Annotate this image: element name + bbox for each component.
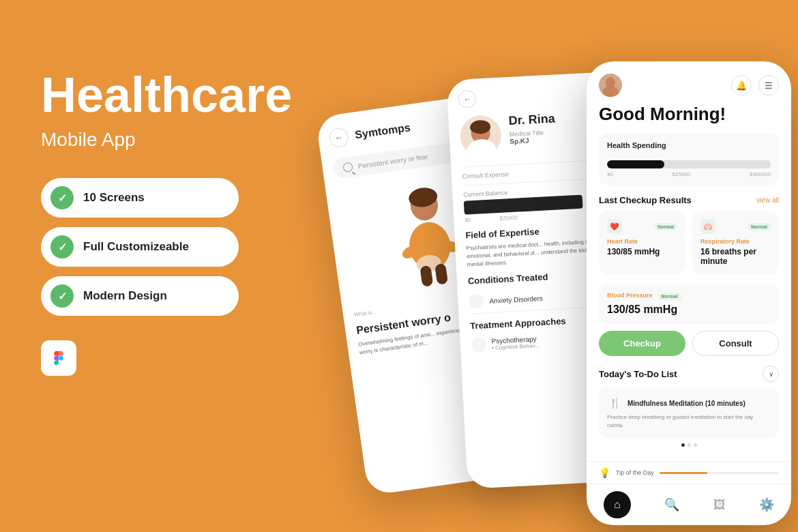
search-icon [342, 162, 353, 173]
left-panel: Healthcare Mobile App 10 Screens Full Cu… [41, 68, 300, 376]
subtitle: Mobile App [41, 129, 300, 151]
condition-icon [469, 293, 484, 309]
todo-item-meditation: 🍴 Mindfulness Meditation (10 minutes) Pr… [599, 387, 779, 438]
tip-label: Tip of the Day [616, 469, 654, 476]
search-nav-icon: 🔍 [664, 497, 679, 512]
main-title: Healthcare [41, 68, 300, 122]
check-icon-screens [50, 186, 74, 209]
figma-icon [41, 340, 76, 376]
dot-3 [694, 443, 697, 447]
todo-icon-meditation: 🍴 [607, 396, 622, 411]
home-icon[interactable]: ⌂ [604, 491, 631, 518]
bp-badge: Normal [658, 293, 681, 300]
respiratory-badge: Normal [748, 223, 771, 231]
bp-label: Blood Pressure [607, 292, 653, 299]
dashboard-scroll[interactable]: Health Spending $0 $25000 $300000 Last C… [587, 133, 791, 461]
header-action-icons: 🔔 ☰ [731, 75, 779, 95]
feature-list: 10 Screens Full Customizeable Modern Des… [41, 178, 300, 316]
bp-value: 130/85 mmHg [607, 304, 771, 316]
heart-rate-label: Heart Rate [607, 238, 677, 245]
feature-item-design: Modern Design [41, 276, 239, 316]
respiratory-card: 🫁 Normal Respiratory Rate 16 breaths per… [692, 211, 779, 274]
user-avatar [599, 74, 622, 97]
greeting-text: Good Morning! [587, 104, 791, 133]
blood-pressure-card: Blood Pressure Normal 130/85 mmHg [599, 284, 779, 324]
consult-button[interactable]: Consult [692, 331, 779, 356]
doctor-title-value: Sp.KJ [509, 135, 557, 145]
tip-icon: 💡 [599, 467, 610, 478]
condition-label: Anxiety Disorders [489, 294, 543, 304]
todo-header: Today's To-Do List ∨ [599, 366, 779, 382]
tip-bar-fill [660, 472, 707, 474]
feature-text-screens: 10 Screens [83, 191, 145, 205]
action-buttons: Checkup Consult [599, 331, 779, 356]
feature-text-customizable: Full Customizeable [83, 240, 189, 254]
todo-item-desc: Practice deep breathing or guided medita… [607, 413, 771, 430]
view-all-link[interactable]: view all [756, 196, 779, 204]
settings-nav-icon: ⚙️ [759, 497, 774, 512]
treatment-icon [471, 337, 486, 353]
checkup-title: Last Checkup Results [599, 195, 692, 205]
heart-rate-icon: ❤️ [607, 219, 622, 234]
heart-rate-card: ❤️ Normal Heart Rate 130/85 mmHg [599, 211, 685, 274]
spending-scale: $0 $25000 $300000 [607, 171, 771, 177]
doctor-name: Dr. Rina [508, 111, 555, 128]
scale-0: $0 [607, 171, 613, 177]
checkup-grid: ❤️ Normal Heart Rate 130/85 mmHg 🫁 Norma… [599, 211, 779, 274]
phone-front-dashboard: 🔔 ☰ Good Morning! Health Spending [587, 61, 791, 525]
respiratory-value: 16 breaths per minute [700, 247, 771, 266]
tip-progress-bar [660, 472, 779, 474]
menu-button[interactable]: ☰ [758, 75, 779, 95]
search-placeholder: Persistent worry or fear [357, 152, 428, 169]
check-icon-design [50, 284, 74, 308]
dashboard-header: 🔔 ☰ [587, 61, 791, 104]
respiratory-label: Respiratory Rate [700, 238, 771, 245]
gallery-nav-icon: 🖼 [713, 498, 726, 512]
respiratory-icon: 🫁 [700, 219, 715, 234]
todo-pagination-dots [599, 443, 779, 447]
svg-rect-7 [434, 263, 448, 285]
checkup-section-header: Last Checkup Results view all [599, 195, 779, 205]
spending-label: Health Spending [607, 141, 666, 149]
spending-fill [607, 160, 664, 168]
notification-button[interactable]: 🔔 [731, 75, 752, 95]
phones-container: ← Symtomps Persistent worry or fear [321, 20, 798, 532]
nav-settings[interactable]: ⚙️ [759, 497, 774, 512]
spending-track [607, 160, 771, 168]
heart-rate-value: 130/85 mmHg [607, 247, 677, 256]
dot-2 [688, 443, 691, 447]
todo-item-title: Mindfulness Meditation (10 minutes) [627, 400, 745, 407]
health-spending-card: Health Spending $0 $25000 $300000 [599, 133, 779, 186]
checkup-button[interactable]: Checkup [599, 331, 685, 356]
bottom-navigation: ⌂ 🔍 🖼 ⚙️ [587, 484, 791, 525]
svg-rect-11 [474, 142, 488, 156]
feature-text-design: Modern Design [83, 289, 167, 303]
back-button-symptoms[interactable]: ← [328, 127, 350, 149]
nav-gallery[interactable]: 🖼 [713, 498, 726, 512]
scale-300k: $300000 [750, 171, 771, 177]
feature-item-screens: 10 Screens [41, 178, 239, 218]
back-button-doctor[interactable]: ← [458, 90, 476, 108]
scale-25k: $25000 [673, 171, 691, 177]
todo-expand-button[interactable]: ∨ [763, 366, 779, 382]
symptoms-title: Symtomps [354, 121, 411, 141]
feature-item-customizable: Full Customizeable [41, 227, 239, 267]
heart-rate-badge: Normal [654, 223, 677, 231]
todo-title: Today's To-Do List [599, 369, 677, 379]
tip-row: 💡 Tip of the Day [587, 461, 791, 484]
nav-home[interactable]: ⌂ [604, 491, 631, 518]
dot-1 [681, 443, 685, 447]
nav-search[interactable]: 🔍 [664, 497, 679, 512]
doctor-avatar [459, 115, 502, 158]
check-icon-customizable [50, 235, 74, 258]
